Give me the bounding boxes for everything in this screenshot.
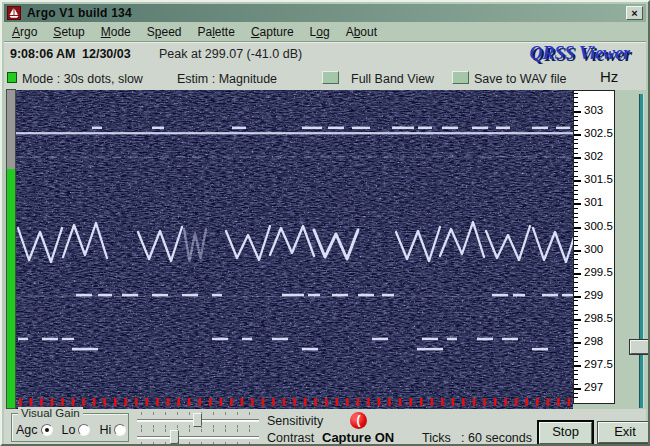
menu-item-mode[interactable]: Mode	[93, 23, 139, 41]
exit-button[interactable]: Exit	[598, 422, 650, 443]
scale-tick	[574, 194, 578, 195]
ticks-interval-label: Ticks : 60 seconds	[422, 431, 532, 445]
menu-item-about[interactable]: About	[338, 23, 385, 41]
scale-label-298.5: 298.5	[584, 312, 613, 324]
menu-item-capture[interactable]: Capture	[243, 23, 302, 41]
save-wav-button[interactable]	[452, 71, 469, 84]
scale-tick	[574, 185, 578, 186]
scale-tick	[574, 324, 578, 325]
scale-tick	[574, 162, 578, 163]
scale-tick	[574, 134, 581, 136]
scale-tick	[574, 351, 578, 352]
scale-tick	[574, 125, 578, 126]
menu-item-speed[interactable]: Speed	[139, 23, 190, 41]
scale-tick	[574, 365, 581, 367]
mode-readout: Mode : 30s dots, slow	[22, 72, 143, 86]
frequency-scale: 303.5303302.5302301.5301300.5300299.5299…	[573, 90, 615, 404]
scale-label-298: 298	[584, 335, 603, 347]
frequency-slider-track[interactable]	[639, 94, 644, 408]
scale-tick	[574, 291, 578, 292]
menu-item-log[interactable]: Log	[302, 23, 338, 41]
scale-tick	[574, 282, 578, 283]
radio-option-agc[interactable]: Agc	[16, 423, 53, 437]
contrast-label: Contrast	[267, 431, 314, 445]
scale-label-297: 297	[584, 381, 603, 393]
scale-tick	[574, 264, 578, 265]
scale-label-300: 300	[584, 243, 603, 255]
scale-label-301.5: 301.5	[584, 173, 613, 185]
scale-tick	[574, 120, 578, 121]
argo-window: Argo V1 build 134 × ArgoSetupModeSpeedPa…	[0, 0, 650, 446]
window-title: Argo V1 build 134	[27, 6, 132, 20]
scale-tick	[574, 305, 578, 306]
scale-tick	[574, 97, 578, 98]
scale-tick	[574, 314, 578, 315]
radio-option-lo[interactable]: Lo	[62, 423, 91, 437]
scale-tick	[574, 116, 578, 117]
scale-tick	[574, 296, 581, 298]
scale-label-303.5: 303.5	[584, 90, 613, 93]
scale-tick	[574, 199, 578, 200]
capture-led-icon: (	[350, 412, 367, 429]
scale-tick	[574, 217, 578, 218]
radio-lo[interactable]	[78, 424, 90, 436]
save-wav-label: Save to WAV file	[474, 72, 566, 86]
scale-tick	[574, 319, 581, 321]
scale-tick	[574, 148, 578, 149]
scale-tick	[574, 153, 578, 154]
spectrogram-waterfall[interactable]	[16, 90, 573, 409]
scale-tick	[574, 250, 581, 252]
scale-tick	[574, 333, 578, 334]
scale-label-299.5: 299.5	[584, 266, 613, 278]
scale-tick	[574, 337, 578, 338]
sensitivity-label: Sensitivity	[267, 414, 323, 428]
scale-tick	[574, 287, 578, 288]
scale-tick	[574, 130, 578, 131]
title-bar: Argo V1 build 134 ×	[4, 4, 646, 22]
scale-tick	[574, 227, 581, 229]
scale-label-297.5: 297.5	[584, 358, 613, 370]
radio-option-hi[interactable]: Hi	[99, 423, 126, 437]
scale-tick	[574, 176, 578, 177]
stop-button[interactable]: Stop	[539, 422, 592, 444]
scale-label-299: 299	[584, 289, 603, 301]
scale-tick	[574, 222, 578, 223]
scale-tick	[574, 213, 578, 214]
frequency-slider-thumb[interactable]	[630, 340, 650, 354]
scale-tick	[574, 236, 578, 237]
estim-readout: Estim : Magnitude	[177, 72, 277, 86]
control-bar: Visual Gain AgcLoHi Sensitivity Contrast…	[4, 409, 646, 445]
scale-tick	[574, 277, 578, 278]
scale-tick	[574, 240, 578, 241]
sensitivity-slider[interactable]	[134, 412, 262, 428]
radio-hi[interactable]	[114, 424, 126, 436]
scale-tick	[574, 370, 578, 371]
contrast-slider[interactable]	[134, 429, 262, 445]
menu-bar: ArgoSetupModeSpeedPaletteCaptureLogAbout	[4, 22, 646, 42]
scale-tick	[574, 384, 578, 385]
full-band-view-label: Full Band View	[351, 72, 434, 86]
scale-tick	[574, 190, 578, 191]
scale-tick	[574, 268, 578, 269]
scale-tick	[574, 347, 578, 348]
radio-agc-selected[interactable]	[41, 424, 53, 436]
scale-tick	[574, 356, 578, 357]
scale-tick	[574, 93, 578, 94]
scale-tick	[574, 374, 578, 375]
scale-tick	[574, 106, 578, 107]
scale-tick	[574, 310, 578, 311]
scale-tick	[574, 388, 581, 390]
scale-tick	[574, 180, 581, 182]
scale-label-303: 303	[584, 104, 603, 116]
frequency-unit-label: Hz	[600, 68, 618, 85]
visual-gain-group: Visual Gain AgcLoHi	[11, 413, 129, 442]
scale-tick	[574, 111, 581, 113]
close-icon[interactable]: ×	[626, 6, 643, 20]
menu-item-palette[interactable]: Palette	[190, 23, 243, 41]
menu-item-argo[interactable]: Argo	[4, 23, 45, 41]
scale-tick	[574, 102, 578, 103]
scale-tick	[574, 259, 578, 260]
menu-item-setup[interactable]: Setup	[45, 23, 92, 41]
full-band-view-button[interactable]	[322, 71, 339, 84]
scale-tick	[574, 245, 578, 246]
